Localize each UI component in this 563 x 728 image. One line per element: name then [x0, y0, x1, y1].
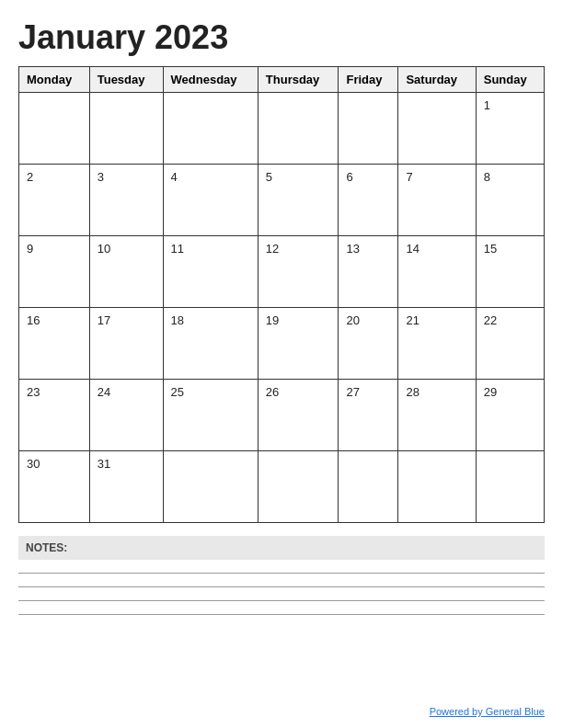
calendar-body: 1234567891011121314151617181920212223242…	[19, 93, 545, 523]
calendar-cell	[339, 93, 398, 165]
calendar-week-row: 1	[19, 93, 545, 165]
calendar-day-header: Friday	[339, 67, 398, 93]
day-number: 15	[484, 242, 497, 256]
calendar-cell: 2	[19, 165, 90, 236]
day-number: 27	[346, 385, 359, 399]
day-number: 1	[484, 98, 490, 112]
day-number: 10	[98, 242, 110, 256]
day-number: 28	[406, 385, 419, 399]
calendar-cell: 15	[476, 236, 544, 308]
calendar-cell: 10	[89, 236, 163, 308]
calendar-cell: 1	[476, 93, 544, 165]
calendar-cell: 26	[258, 380, 339, 451]
calendar-cell: 19	[258, 308, 339, 380]
day-number: 22	[484, 313, 497, 327]
calendar-week-row: 16171819202122	[19, 308, 545, 380]
day-number: 17	[98, 313, 110, 327]
page-title: January 2023	[18, 18, 545, 57]
day-number: 20	[346, 313, 359, 327]
calendar-cell: 22	[476, 308, 544, 380]
notes-label: NOTES:	[18, 536, 545, 560]
calendar-cell: 21	[398, 308, 476, 380]
day-number: 25	[171, 385, 184, 399]
calendar-week-row: 2345678	[19, 165, 545, 236]
calendar-cell: 4	[163, 165, 258, 236]
day-number: 24	[98, 385, 110, 399]
calendar-cell	[258, 451, 339, 523]
calendar-cell: 12	[258, 236, 339, 308]
calendar-table: MondayTuesdayWednesdayThursdayFridaySatu…	[18, 66, 545, 523]
day-number: 13	[346, 242, 359, 256]
calendar-week-row: 9101112131415	[19, 236, 545, 308]
calendar-cell	[89, 93, 163, 165]
day-number: 12	[266, 242, 279, 256]
notes-line-2	[18, 586, 545, 587]
calendar-cell: 11	[163, 236, 258, 308]
day-number: 9	[27, 242, 33, 256]
day-number: 21	[406, 313, 419, 327]
day-number: 4	[171, 170, 178, 184]
calendar-cell: 28	[398, 380, 476, 451]
day-number: 6	[346, 170, 352, 184]
day-number: 2	[27, 170, 33, 184]
day-number: 30	[27, 457, 40, 471]
calendar-day-header: Wednesday	[163, 67, 258, 93]
day-number: 18	[171, 313, 184, 327]
day-number: 11	[171, 242, 184, 256]
calendar-cell: 9	[19, 236, 90, 308]
calendar-week-row: 23242526272829	[19, 380, 545, 451]
calendar-day-header: Saturday	[398, 67, 476, 93]
day-number: 29	[484, 385, 497, 399]
notes-section: NOTES:	[18, 536, 545, 615]
calendar-cell: 25	[163, 380, 258, 451]
notes-line-1	[18, 573, 545, 574]
calendar-cell	[476, 451, 544, 523]
calendar-cell: 3	[89, 165, 163, 236]
calendar-cell: 13	[339, 236, 398, 308]
day-number: 19	[266, 313, 279, 327]
calendar-cell: 24	[89, 380, 163, 451]
calendar-cell: 7	[398, 165, 476, 236]
calendar-day-header: Monday	[19, 67, 90, 93]
calendar-cell	[339, 451, 398, 523]
day-number: 14	[406, 242, 419, 256]
day-number: 16	[27, 313, 40, 327]
day-number: 3	[98, 170, 104, 184]
calendar-header-row: MondayTuesdayWednesdayThursdayFridaySatu…	[19, 67, 545, 93]
calendar-cell: 23	[19, 380, 90, 451]
calendar-cell	[163, 93, 258, 165]
day-number: 23	[27, 385, 40, 399]
calendar-cell	[258, 93, 339, 165]
calendar-day-header: Thursday	[258, 67, 339, 93]
notes-line-4	[18, 614, 545, 615]
calendar-day-header: Tuesday	[89, 67, 163, 93]
calendar-cell	[19, 93, 90, 165]
calendar-week-row: 3031	[19, 451, 545, 523]
day-number: 8	[484, 170, 490, 184]
day-number: 7	[406, 170, 412, 184]
calendar-cell: 31	[89, 451, 163, 523]
calendar-cell: 16	[19, 308, 90, 380]
calendar-cell: 17	[89, 308, 163, 380]
calendar-cell: 5	[258, 165, 339, 236]
calendar-cell: 14	[398, 236, 476, 308]
calendar-cell	[398, 451, 476, 523]
calendar-cell	[163, 451, 258, 523]
day-number: 31	[98, 457, 110, 471]
calendar-cell: 20	[339, 308, 398, 380]
calendar-cell: 18	[163, 308, 258, 380]
calendar-cell: 6	[339, 165, 398, 236]
calendar-cell: 29	[476, 380, 544, 451]
calendar-day-header: Sunday	[476, 67, 544, 93]
calendar-cell: 27	[339, 380, 398, 451]
notes-line-3	[18, 600, 545, 601]
day-number: 5	[266, 170, 272, 184]
powered-by-link[interactable]: Powered by General Blue	[430, 706, 545, 717]
calendar-cell: 30	[19, 451, 90, 523]
calendar-cell: 8	[476, 165, 544, 236]
day-number: 26	[266, 385, 279, 399]
calendar-cell	[398, 93, 476, 165]
